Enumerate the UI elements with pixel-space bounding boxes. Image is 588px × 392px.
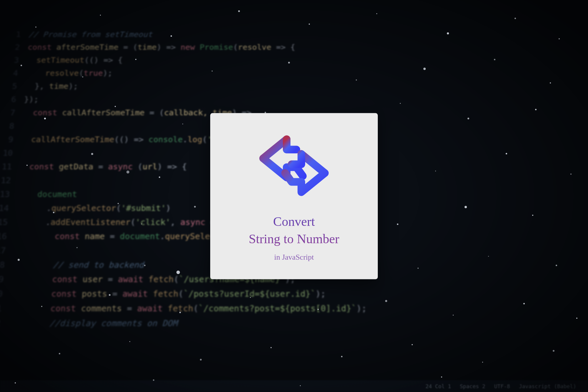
status-encoding: UTF-8 bbox=[494, 383, 510, 389]
card-title: Convert String to Number bbox=[249, 213, 339, 248]
editor-status-bar: 24 Col 1 Spaces 2 UTF-8 Javascript (Babe… bbox=[0, 380, 588, 392]
card-title-line1: Convert bbox=[273, 214, 315, 228]
status-spaces: Spaces 2 bbox=[460, 383, 485, 389]
title-card: Convert String to Number in JavaScript bbox=[210, 113, 378, 279]
status-position: 24 Col 1 bbox=[425, 383, 451, 389]
card-title-line2: String to Number bbox=[249, 232, 339, 246]
status-language: Javascript (Babel) bbox=[519, 383, 576, 389]
convert-arrows-icon bbox=[253, 130, 335, 201]
card-subtitle: in JavaScript bbox=[274, 253, 314, 262]
